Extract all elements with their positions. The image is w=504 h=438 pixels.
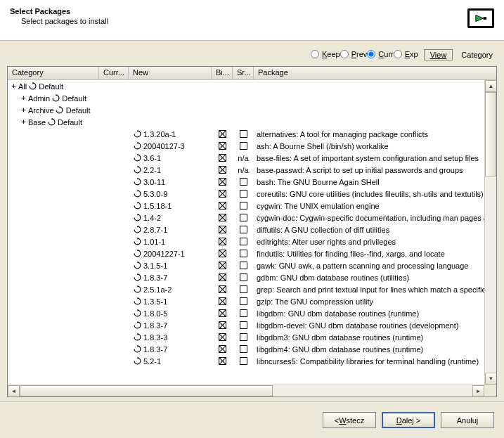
cancel-button[interactable]: Anuluj <box>441 412 494 428</box>
col-src[interactable]: Sr... <box>233 67 254 79</box>
scroll-down-icon[interactable]: ▼ <box>485 373 496 385</box>
svg-marker-60 <box>137 345 138 347</box>
col-new[interactable]: New <box>129 67 212 79</box>
bin-checkbox[interactable] <box>219 250 226 257</box>
src-checkbox[interactable] <box>240 250 247 257</box>
src-checkbox[interactable] <box>240 285 247 293</box>
bin-checkbox[interactable] <box>219 273 226 281</box>
package-desc: diffutils: A GNU collection of diff util… <box>254 226 484 234</box>
cycle-icon[interactable] <box>133 214 141 222</box>
expand-icon[interactable]: + <box>20 117 27 127</box>
bin-checkbox[interactable] <box>219 226 226 233</box>
bin-checkbox[interactable] <box>219 238 226 245</box>
radio-input-keep[interactable] <box>311 50 319 58</box>
src-checkbox[interactable] <box>240 309 247 317</box>
src-checkbox[interactable] <box>240 297 247 305</box>
svg-marker-54 <box>137 321 138 323</box>
cycle-icon[interactable] <box>56 106 64 115</box>
tree-row-all[interactable]: +AllDefault <box>8 80 484 92</box>
cycle-icon[interactable] <box>133 154 141 162</box>
src-checkbox[interactable] <box>240 262 247 269</box>
radio-curr[interactable]: Curr <box>367 50 393 58</box>
cycle-icon[interactable] <box>133 357 141 366</box>
cycle-icon[interactable] <box>133 273 141 282</box>
src-checkbox[interactable] <box>240 357 247 365</box>
radio-prev[interactable]: Prev <box>340 50 368 58</box>
view-button[interactable]: View <box>424 49 453 60</box>
vertical-scrollbar[interactable]: ▲ ▼ <box>484 80 496 385</box>
cycle-icon[interactable] <box>47 118 56 127</box>
src-checkbox[interactable] <box>240 226 247 233</box>
horizontal-scrollbar[interactable]: ◄ ► <box>8 385 484 397</box>
cycle-icon[interactable] <box>133 285 141 294</box>
cycle-icon[interactable] <box>133 178 141 186</box>
scroll-left-icon[interactable]: ◄ <box>8 385 20 397</box>
tree-row-admin[interactable]: +AdminDefault <box>8 92 484 104</box>
bin-checkbox[interactable] <box>219 154 226 162</box>
bin-checkbox[interactable] <box>219 214 226 221</box>
tree-row-archive[interactable]: +ArchiveDefault <box>8 104 484 116</box>
scroll-thumb-h[interactable] <box>20 385 273 397</box>
src-checkbox[interactable] <box>240 202 247 210</box>
expand-icon[interactable]: + <box>11 82 17 91</box>
radio-input-curr[interactable] <box>367 50 375 58</box>
tree-row-base[interactable]: +BaseDefault <box>8 116 484 128</box>
cycle-icon[interactable] <box>133 321 141 330</box>
next-button[interactable]: Dalej > <box>382 412 435 428</box>
src-checkbox[interactable] <box>240 321 247 329</box>
bin-checkbox[interactable] <box>219 130 226 138</box>
bin-checkbox[interactable] <box>219 333 226 341</box>
col-package[interactable]: Package <box>254 67 496 79</box>
col-bin[interactable]: Bi... <box>212 67 233 79</box>
cycle-icon[interactable] <box>133 297 141 306</box>
cycle-icon[interactable] <box>133 309 141 318</box>
bin-checkbox[interactable] <box>219 166 226 174</box>
bin-checkbox[interactable] <box>219 262 226 269</box>
scroll-right-icon[interactable]: ► <box>472 385 484 397</box>
bin-checkbox[interactable] <box>219 285 226 293</box>
src-checkbox[interactable] <box>240 130 247 138</box>
col-category[interactable]: Category <box>8 67 99 79</box>
expand-icon[interactable]: + <box>20 94 27 103</box>
bin-checkbox[interactable] <box>219 190 226 198</box>
src-checkbox[interactable] <box>240 178 247 186</box>
scroll-thumb-v[interactable] <box>485 92 496 176</box>
radio-input-prev[interactable] <box>340 50 349 58</box>
cycle-icon[interactable] <box>28 82 37 91</box>
back-button[interactable]: < Wstecz <box>323 412 376 428</box>
bin-checkbox[interactable] <box>219 321 226 329</box>
src-checkbox[interactable] <box>240 345 247 353</box>
new-version: 3.0-11 <box>143 178 165 186</box>
bin-checkbox[interactable] <box>219 297 226 305</box>
cycle-icon[interactable] <box>133 333 141 342</box>
cycle-icon[interactable] <box>133 166 141 174</box>
scroll-up-icon[interactable]: ▲ <box>485 80 496 92</box>
bin-checkbox[interactable] <box>219 142 226 150</box>
cycle-icon[interactable] <box>133 190 141 198</box>
cycle-icon[interactable] <box>133 238 141 246</box>
cycle-icon[interactable] <box>133 345 141 354</box>
bin-checkbox[interactable] <box>219 178 226 186</box>
bin-checkbox[interactable] <box>219 202 226 210</box>
cycle-icon[interactable] <box>133 130 141 139</box>
bin-checkbox[interactable] <box>219 357 226 365</box>
src-checkbox[interactable] <box>240 142 247 150</box>
col-current[interactable]: Curr... <box>99 67 129 79</box>
bin-checkbox[interactable] <box>219 309 226 317</box>
src-checkbox[interactable] <box>240 273 247 281</box>
cycle-icon[interactable] <box>133 226 141 234</box>
cycle-icon[interactable] <box>133 262 141 270</box>
cycle-icon[interactable] <box>133 250 141 258</box>
src-checkbox[interactable] <box>240 190 247 198</box>
cycle-icon[interactable] <box>133 142 141 150</box>
expand-icon[interactable]: + <box>20 105 27 115</box>
radio-exp[interactable]: Exp <box>394 50 418 58</box>
src-checkbox[interactable] <box>240 238 247 245</box>
radio-keep[interactable]: Keep <box>311 50 340 58</box>
src-checkbox[interactable] <box>240 333 247 341</box>
radio-input-exp[interactable] <box>394 50 402 58</box>
cycle-icon[interactable] <box>133 202 141 210</box>
src-checkbox[interactable] <box>240 214 247 221</box>
cycle-icon[interactable] <box>51 94 60 103</box>
bin-checkbox[interactable] <box>219 345 226 353</box>
